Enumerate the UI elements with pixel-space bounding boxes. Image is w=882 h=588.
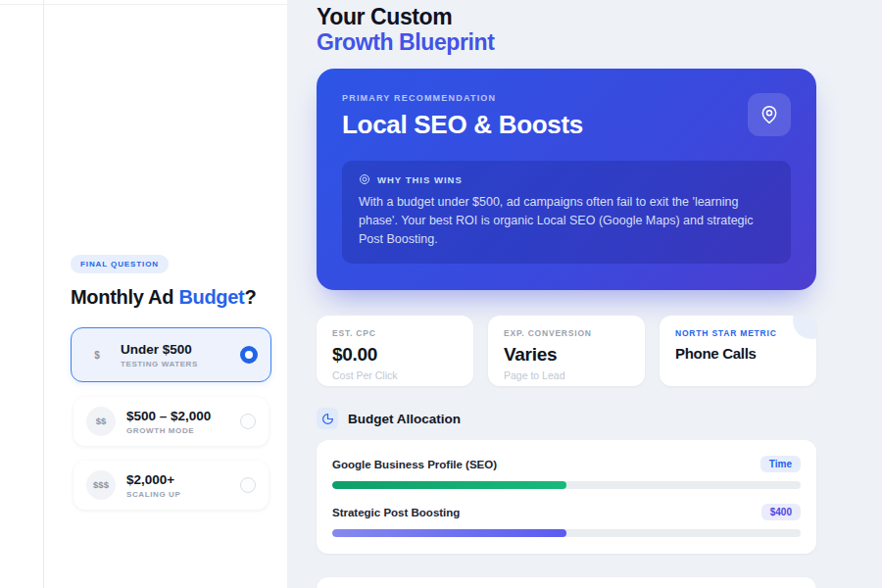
budget-option-2000-plus[interactable]: $$$ $2,000+ SCALING UP — [74, 461, 269, 510]
app-window: FINAL QUESTION Monthly Ad Budget? $ Unde… — [0, 0, 882, 588]
recommendation-title: Local SEO & Boosts — [342, 110, 791, 140]
page-title-line2: Growth Blueprint — [317, 29, 816, 55]
budget-allocation-title: Budget Allocation — [348, 412, 461, 426]
triple-dollar-icon: $$$ — [86, 470, 116, 500]
target-icon — [359, 173, 370, 185]
metric-sub: Cost Per Click — [332, 369, 458, 381]
allocation-badge: $400 — [761, 504, 801, 520]
map-pin-icon — [748, 93, 791, 136]
option-text: $500 – $2,000 GROWTH MODE — [126, 409, 211, 435]
option-subtitle: TESTING WATERS — [121, 360, 198, 368]
final-question-badge: FINAL QUESTION — [71, 255, 169, 273]
question-highlight: Budget — [178, 286, 244, 308]
why-this-wins-box: WHY THIS WINS With a budget under $500, … — [342, 161, 791, 264]
budget-option-under-500[interactable]: $ Under $500 TESTING WATERS — [71, 327, 271, 382]
metric-value: Phone Calls — [675, 345, 801, 362]
why-head: WHY THIS WINS — [359, 173, 774, 185]
budget-allocation-header: Budget Allocation — [317, 408, 816, 429]
metric-label: NORTH STAR METRIC — [675, 328, 801, 338]
radio-unselected[interactable] — [240, 414, 256, 429]
left-rail — [0, 0, 44, 588]
progress-fill-green — [332, 481, 566, 489]
metric-label: EST. CPC — [332, 328, 458, 338]
main-panel: Your Custom Growth Blueprint PRIMARY REC… — [287, 0, 882, 588]
metric-value: Varies — [504, 344, 629, 366]
page-title-line1: Your Custom — [317, 4, 816, 29]
option-text: Under $500 TESTING WATERS — [121, 342, 198, 368]
progress-track — [332, 529, 801, 537]
primary-recommendation-card: PRIMARY RECOMMENDATION Local SEO & Boost… — [317, 69, 816, 290]
allocation-badge: Time — [760, 456, 801, 472]
option-text: $2,000+ SCALING UP — [126, 472, 180, 499]
allocation-name: Google Business Profile (SEO) — [332, 459, 497, 470]
page-title: Your Custom Growth Blueprint — [317, 4, 816, 55]
budget-allocation-card: Google Business Profile (SEO) Time Strat… — [317, 440, 816, 554]
metric-card-conversion: EXP. CONVERSION Varies Page to Lead — [488, 316, 645, 386]
question-heading: Monthly Ad Budget? — [71, 286, 271, 309]
budget-option-500-2000[interactable]: $$ $500 – $2,000 GROWTH MODE — [74, 397, 269, 446]
progress-track — [332, 481, 801, 489]
question-prefix: Monthly Ad — [71, 286, 178, 308]
metric-sub: Page to Lead — [504, 369, 629, 381]
option-subtitle: GROWTH MODE — [126, 426, 211, 435]
radio-selected[interactable] — [240, 346, 258, 364]
metric-label: EXP. CONVERSION — [504, 328, 629, 338]
question-suffix: ? — [244, 286, 256, 308]
sidebar: FINAL QUESTION Monthly Ad Budget? $ Unde… — [44, 0, 287, 588]
metric-card-cpc: EST. CPC $0.00 Cost Per Click — [317, 316, 473, 386]
allocation-row-boosting: Strategic Post Boosting $400 — [332, 504, 801, 537]
option-title: $500 – $2,000 — [126, 409, 211, 423]
pie-chart-icon — [317, 408, 338, 429]
why-text: With a budget under $500, ad campaigns o… — [359, 193, 774, 249]
metrics-row: EST. CPC $0.00 Cost Per Click EXP. CONVE… — [317, 316, 816, 386]
option-title: Under $500 — [121, 342, 198, 357]
checklist-card: First 30 Days Checklist Claim Google Bus… — [317, 577, 816, 588]
dollar-dollar-icon: $$ — [86, 407, 116, 436]
radio-unselected[interactable] — [240, 477, 256, 493]
metric-card-north-star: NORTH STAR METRIC Phone Calls — [660, 316, 816, 386]
metric-value: $0.00 — [332, 344, 458, 366]
recommendation-label: PRIMARY RECOMMENDATION — [342, 93, 791, 103]
allocation-name: Strategic Post Boosting — [332, 507, 460, 518]
dollar-icon: $ — [84, 350, 110, 361]
why-label: WHY THIS WINS — [377, 174, 463, 185]
option-subtitle: SCALING UP — [126, 490, 180, 499]
progress-fill-indigo — [332, 529, 566, 537]
allocation-row-gbp: Google Business Profile (SEO) Time — [332, 456, 801, 489]
option-title: $2,000+ — [126, 472, 180, 487]
top-divider — [0, 4, 287, 5]
